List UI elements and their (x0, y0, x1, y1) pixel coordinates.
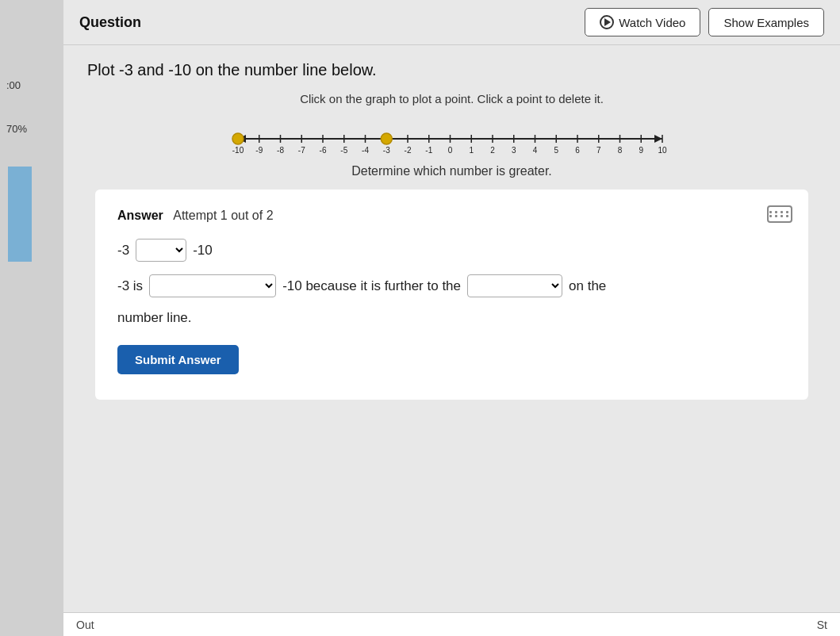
answer-row1: -3 > < = -10 (117, 239, 786, 262)
answer-label: Answer (117, 209, 163, 222)
svg-text:-3: -3 (382, 146, 389, 155)
svg-text:1: 1 (469, 146, 474, 155)
svg-text:10: 10 (658, 146, 667, 155)
svg-point-46 (381, 133, 392, 144)
keyboard-icon[interactable] (767, 205, 792, 223)
answer-row2: -3 is greater than less than equal to -1… (117, 274, 786, 297)
keyboard-dot (781, 211, 783, 213)
submit-label: Submit Answer (135, 353, 221, 366)
show-examples-button[interactable]: Show Examples (708, 8, 824, 36)
svg-text:2: 2 (490, 146, 495, 155)
svg-text:-1: -1 (425, 146, 432, 155)
svg-text:6: 6 (575, 146, 580, 155)
main-content: Question Watch Video Show Examples Plot … (63, 0, 840, 636)
svg-text:3: 3 (511, 146, 516, 155)
svg-text:0: 0 (447, 146, 452, 155)
keyboard-dot (775, 215, 777, 217)
question-label: Question (79, 14, 141, 31)
row2-middle: -10 because it is further to the (282, 278, 461, 294)
svg-text:-8: -8 (277, 146, 284, 155)
svg-text:4: 4 (532, 146, 537, 155)
show-examples-label: Show Examples (723, 16, 809, 29)
comparison-dropdown[interactable]: > < = (136, 239, 186, 262)
bottom-out-label: Out (76, 619, 94, 631)
row2-prefix: -3 is (117, 278, 143, 294)
question-content: Plot -3 and -10 on the number line below… (63, 45, 840, 416)
svg-text:-6: -6 (319, 146, 326, 155)
timer-label: :00 (0, 79, 21, 91)
svg-text:-7: -7 (297, 146, 305, 155)
keyboard-dot (781, 215, 783, 217)
svg-text:-9: -9 (255, 146, 263, 155)
svg-text:5: 5 (554, 146, 558, 155)
number-line-wrapper[interactable]: -10 -9 -8 -7 -6 -5 (222, 121, 682, 161)
svg-text:9: 9 (639, 146, 643, 155)
instruction-text: Click on the graph to plot a point. Clic… (87, 92, 816, 105)
keyboard-dots (769, 211, 790, 217)
progress-label: 70% (0, 123, 27, 135)
header-buttons: Watch Video Show Examples (585, 8, 824, 36)
svg-text:-5: -5 (340, 146, 347, 155)
header: Question Watch Video Show Examples (63, 0, 840, 45)
row2-suffix: on the (569, 278, 606, 294)
number-line-container: -10 -9 -8 -7 -6 -5 (87, 121, 816, 178)
svg-text:-4: -4 (362, 146, 369, 155)
keyboard-dot (786, 215, 788, 217)
watch-video-button[interactable]: Watch Video (585, 8, 700, 36)
value1-label: -3 (117, 243, 129, 259)
progress-bar (8, 167, 32, 262)
value2-label: -10 (193, 243, 213, 259)
svg-text:7: 7 (596, 146, 600, 155)
answer-row3: number line. (117, 310, 786, 326)
answer-section: Answer Attempt 1 out of 2 -3 > < = -10 -… (95, 190, 808, 400)
submit-answer-button[interactable]: Submit Answer (117, 345, 239, 374)
keyboard-dot (786, 211, 788, 213)
play-icon (600, 15, 614, 29)
svg-text:-2: -2 (404, 146, 411, 155)
watch-video-label: Watch Video (619, 16, 685, 29)
number-line-subtitle: Determine which number is greater. (351, 164, 552, 178)
number-line-svg[interactable]: -10 -9 -8 -7 -6 -5 (222, 121, 682, 161)
relation-dropdown[interactable]: greater than less than equal to (149, 274, 276, 297)
keyboard-dot (769, 211, 772, 213)
sidebar: :00 70% (0, 0, 63, 636)
keyboard-dot (769, 215, 772, 217)
svg-text:8: 8 (617, 146, 622, 155)
svg-marker-2 (654, 135, 662, 143)
answer-header: Answer Attempt 1 out of 2 (117, 209, 786, 223)
bottom-bar: Out St (63, 612, 840, 636)
direction-dropdown[interactable]: right left (467, 274, 562, 297)
question-title: Plot -3 and -10 on the number line below… (87, 61, 816, 79)
keyboard-dot (775, 211, 777, 213)
play-triangle-icon (604, 18, 611, 26)
attempt-text: Attempt 1 out of 2 (173, 209, 273, 222)
svg-point-45 (232, 133, 244, 144)
bottom-st-label: St (817, 619, 827, 631)
svg-text:-10: -10 (232, 146, 244, 155)
